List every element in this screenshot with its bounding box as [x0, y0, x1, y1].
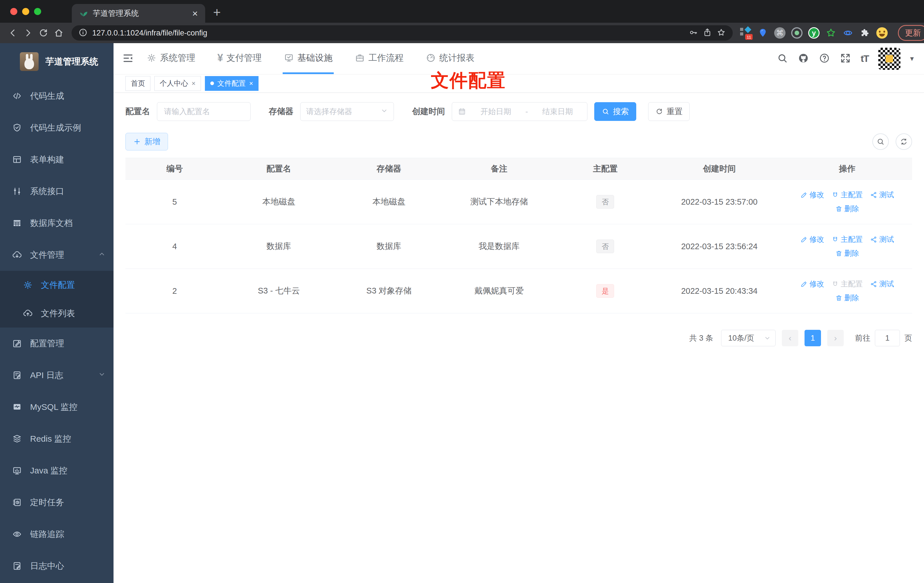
sidebar-item-file-config[interactable]: 文件配置	[0, 271, 114, 299]
layers-icon	[12, 434, 22, 444]
pencil-icon	[800, 236, 808, 243]
config-name-input[interactable]	[164, 107, 244, 116]
sidebar-item-system-api[interactable]: 系统接口	[0, 175, 114, 207]
sidebar-item-config-management[interactable]: 配置管理	[0, 327, 114, 359]
show-search-button[interactable]	[872, 134, 889, 150]
home-icon[interactable]	[52, 26, 65, 40]
nav-item-payment[interactable]: ¥ 支付管理	[216, 43, 263, 74]
trash-icon	[835, 294, 843, 302]
search-icon	[876, 137, 885, 146]
current-page-button[interactable]: 1	[805, 330, 821, 346]
delete-link[interactable]: 删除	[835, 248, 859, 258]
zoom-window-button[interactable]	[34, 8, 41, 15]
update-chrome-button[interactable]: 更新	[898, 25, 924, 41]
reset-button[interactable]: 重置	[648, 102, 690, 121]
red-annotation-title: 文件配置	[431, 68, 506, 93]
forward-icon[interactable]	[21, 26, 35, 40]
close-window-button[interactable]	[10, 8, 17, 15]
col-header: 备注	[444, 163, 554, 175]
minimize-window-button[interactable]	[22, 8, 29, 15]
sidebar-item-file-management[interactable]: 文件管理	[0, 239, 114, 271]
tag-home[interactable]: 首页	[125, 76, 150, 91]
tag-profile[interactable]: 个人中心 ×	[154, 76, 201, 91]
sidebar-item-java-monitor[interactable]: Java 监控	[0, 455, 114, 487]
emoji-profile-icon[interactable]	[876, 27, 888, 39]
fullscreen-icon[interactable]	[840, 53, 851, 65]
browser-tab[interactable]: 芋道管理系统 ×	[72, 4, 205, 23]
sidebar-item-api-log[interactable]: API 日志	[0, 359, 114, 391]
sidebar-item-file-list[interactable]: 文件列表	[0, 299, 114, 327]
new-tab-button[interactable]: +	[213, 5, 221, 20]
page-size-select[interactable]: 10条/页	[721, 330, 776, 346]
app-logo-row: 芋道管理系统	[0, 43, 114, 80]
close-tag-icon[interactable]: ×	[249, 79, 253, 88]
pencil-icon	[800, 191, 808, 199]
lens-extension-icon[interactable]	[842, 27, 854, 39]
puzzle-extensions-icon[interactable]	[859, 27, 871, 39]
url-bar[interactable]: 127.0.0.1:1024/infra/file/file-config	[71, 25, 733, 41]
delete-link[interactable]: 删除	[835, 293, 859, 303]
avatar-caret-icon[interactable]: ▾	[910, 54, 914, 63]
y-extension-icon[interactable]: y	[808, 27, 820, 39]
storage-select[interactable]: 请选择存储器	[300, 102, 394, 121]
pin-extension-icon[interactable]	[757, 27, 769, 39]
tag-file-config[interactable]: 文件配置 ×	[205, 76, 259, 91]
cloud-download-icon	[12, 250, 22, 260]
date-separator: -	[526, 107, 528, 116]
test-link[interactable]: 测试	[870, 190, 894, 200]
download-extension-icon[interactable]: 11	[740, 27, 751, 39]
search-icon[interactable]	[777, 53, 788, 65]
bookmark-star-icon[interactable]	[716, 28, 726, 38]
help-icon[interactable]	[819, 53, 830, 65]
sidebar-item-redis-monitor[interactable]: Redis 监控	[0, 423, 114, 455]
edit-link[interactable]: 修改	[800, 235, 824, 244]
active-dot	[210, 81, 214, 85]
status-extension-icon[interactable]	[791, 27, 802, 39]
collapse-sidebar-icon[interactable]	[122, 52, 134, 65]
goto-page-input[interactable]	[875, 330, 899, 346]
nav-item-workflow[interactable]: 工作流程	[353, 43, 405, 74]
site-info-icon[interactable]	[78, 28, 88, 38]
master-link[interactable]: 主配置	[832, 235, 863, 244]
refresh-table-button[interactable]	[896, 134, 912, 150]
edit-square-icon	[12, 339, 22, 348]
sidebar-item-log-center[interactable]: 日志中心	[0, 550, 114, 582]
master-link[interactable]: 主配置	[832, 190, 863, 200]
extensions-row: 11 ⌘ y 更新 ⋮	[740, 25, 924, 41]
star-extension-icon[interactable]	[825, 27, 837, 39]
search-button[interactable]: 搜索	[594, 102, 636, 121]
col-header: 创建时间	[657, 163, 782, 175]
date-range-picker[interactable]: 开始日期 - 结束日期	[452, 102, 587, 121]
delete-link[interactable]: 删除	[835, 204, 859, 214]
prev-page-button[interactable]: ‹	[782, 330, 798, 346]
test-link[interactable]: 测试	[870, 235, 894, 244]
avatar[interactable]	[878, 48, 901, 70]
app-title: 芋道管理系统	[45, 56, 98, 68]
sidebar-item-db-doc[interactable]: 数据库文档	[0, 207, 114, 239]
sidebar-item-mysql-monitor[interactable]: MySQL 监控	[0, 391, 114, 423]
sidebar-item-code-gen[interactable]: 代码生成	[0, 80, 114, 112]
tab-close-icon[interactable]: ×	[192, 8, 198, 18]
github-icon[interactable]	[798, 53, 809, 65]
shield-check-icon	[12, 122, 22, 133]
password-key-icon[interactable]	[689, 28, 698, 38]
font-size-icon[interactable]: tT	[861, 53, 869, 64]
back-icon[interactable]	[6, 26, 19, 40]
table-row: 2 S3 - 七牛云 S3 对象存储 戴佩妮真可爱 是 2022-03-15 2…	[125, 269, 912, 313]
nav-item-infrastructure[interactable]: 基础设施	[283, 43, 334, 74]
test-link[interactable]: 测试	[870, 279, 894, 289]
nav-item-system[interactable]: 系统管理	[145, 43, 196, 74]
sidebar-item-tracing[interactable]: 链路追踪	[0, 518, 114, 550]
sidebar-item-code-gen-demo[interactable]: 代码生成示例	[0, 112, 114, 144]
share-icon[interactable]	[703, 28, 712, 38]
reload-icon[interactable]	[37, 26, 50, 40]
command-extension-icon[interactable]: ⌘	[774, 27, 785, 39]
close-tag-icon[interactable]: ×	[191, 79, 196, 88]
edit-link[interactable]: 修改	[800, 279, 824, 289]
edit-link[interactable]: 修改	[800, 190, 824, 200]
sidebar-item-form-builder[interactable]: 表单构建	[0, 144, 114, 175]
next-page-button[interactable]: ›	[827, 330, 844, 346]
sidebar-item-scheduled-tasks[interactable]: 定时任务	[0, 487, 114, 518]
add-button[interactable]: 新增	[125, 133, 168, 150]
trash-icon	[835, 250, 843, 257]
